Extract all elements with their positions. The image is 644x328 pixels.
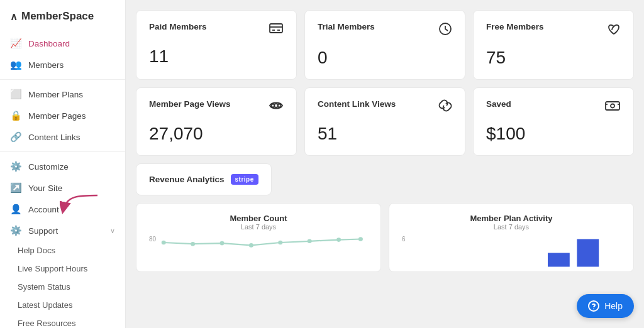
app-name: MemberSpace [21, 10, 94, 23]
stripe-badge: stripe [231, 174, 258, 185]
member-count-chart-svg [149, 236, 368, 270]
svg-point-15 [220, 241, 225, 246]
chart-title: Member Count [149, 214, 368, 223]
chart-subtitle: Last 7 days [402, 223, 621, 231]
stat-card-saved: Saved $100 [473, 87, 634, 156]
subitem-label: Live Support Hours [18, 264, 87, 273]
sidebar-item-your-site[interactable]: ↗️ Your Site [0, 177, 125, 199]
stats-grid-bottom: Member Page Views 27,070 Content Link Vi… [136, 87, 634, 156]
sidebar-subitem-help-docs[interactable]: Help Docs [0, 241, 125, 260]
account-icon: 👤 [10, 204, 22, 215]
revenue-analytics-label: Revenue Analytics [149, 175, 225, 184]
svg-rect-22 [548, 253, 570, 267]
stat-label: Member Page Views [149, 99, 231, 109]
stat-card-member-page-views: Member Page Views 27,070 [136, 87, 297, 156]
dashboard-icon: 📈 [10, 38, 22, 49]
svg-point-8 [278, 104, 281, 107]
subitem-label: Help Docs [18, 246, 55, 255]
stat-value: 0 [318, 48, 452, 68]
subitem-label: Latest Updates [18, 300, 72, 310]
chart-title: Member Plan Activity [402, 214, 621, 223]
stat-header: Content Link Views [318, 99, 452, 115]
logo-icon: ∧ [10, 11, 18, 23]
app-logo: ∧ MemberSpace [0, 0, 125, 30]
sidebar-item-member-pages[interactable]: 🔒 Member Pages [0, 105, 125, 126]
stat-value: $100 [486, 124, 621, 144]
chart-y-label: 6 [402, 236, 406, 243]
stats-grid-top: Paid Members 11 Trial Members [136, 10, 634, 80]
stat-value: 75 [486, 48, 621, 68]
trial-members-icon [438, 22, 452, 39]
sidebar-item-customize[interactable]: ⚙️ Customize [0, 156, 125, 177]
customize-icon: ⚙️ [10, 161, 22, 172]
free-members-icon [607, 22, 621, 39]
svg-rect-21 [577, 239, 599, 267]
revenue-analytics-button[interactable]: Revenue Analytics stripe [136, 163, 272, 195]
sidebar-item-dashboard[interactable]: 📈 Dashboard [0, 33, 125, 54]
content-link-views-icon [438, 99, 452, 115]
sidebar-item-label: Account [28, 205, 59, 214]
member-pages-icon: 🔒 [10, 110, 22, 121]
chart-y-label: 80 [149, 236, 156, 243]
svg-point-18 [308, 239, 312, 244]
stat-value: 11 [149, 46, 284, 67]
stat-card-trial-members: Trial Members 0 [304, 10, 465, 80]
svg-point-24 [593, 309, 594, 310]
sidebar-item-label: Member Plans [28, 90, 83, 99]
stat-label: Trial Members [318, 22, 375, 31]
sidebar-item-members[interactable]: 👥 Members [0, 54, 125, 75]
chart-area: 6 [402, 236, 621, 270]
help-icon [588, 300, 599, 312]
svg-point-19 [336, 238, 341, 242]
member-page-views-icon [269, 99, 284, 115]
saved-icon [604, 99, 621, 115]
sidebar-item-label: Members [28, 60, 64, 70]
nav-divider-2 [0, 151, 125, 152]
chart-area: 80 [149, 236, 368, 270]
svg-point-7 [272, 104, 275, 107]
svg-point-20 [358, 237, 363, 241]
svg-point-17 [278, 241, 282, 245]
stat-card-free-members: Free Members 75 [473, 10, 634, 80]
stat-label: Saved [486, 99, 511, 109]
svg-point-13 [162, 241, 166, 245]
sidebar-item-member-plans[interactable]: ⬜ Member Plans [0, 84, 125, 105]
sidebar-item-support[interactable]: ⚙️ Support ∨ [0, 220, 125, 241]
main-content: Paid Members 11 Trial Members [126, 0, 644, 328]
svg-point-16 [249, 243, 253, 248]
sidebar-item-label: Your Site [28, 183, 62, 193]
paid-members-icon [269, 22, 284, 38]
sidebar-item-label: Content Links [28, 133, 80, 142]
help-button[interactable]: Help [577, 294, 634, 318]
sidebar-item-label: Dashboard [28, 39, 70, 48]
chart-member-plan-activity: Member Plan Activity Last 7 days 6 [389, 203, 634, 272]
sidebar-subitem-free-resources[interactable]: Free Resources [0, 314, 125, 328]
sidebar-subitem-latest-updates[interactable]: Latest Updates [0, 296, 125, 314]
help-label: Help [604, 301, 623, 311]
sidebar-item-account[interactable]: 👤 Account [0, 199, 125, 220]
sidebar-subitem-live-support-hours[interactable]: Live Support Hours [0, 260, 125, 278]
support-icon: ⚙️ [10, 225, 22, 236]
stat-label: Content Link Views [318, 99, 396, 109]
sidebar: ∧ MemberSpace 📈 Dashboard 👥 Members ⬜ Me… [0, 0, 126, 328]
svg-rect-1 [270, 24, 282, 33]
member-plans-icon: ⬜ [10, 89, 22, 100]
chevron-down-icon: ∨ [110, 227, 115, 235]
stat-value: 51 [318, 124, 452, 144]
stat-value: 27,070 [149, 124, 284, 144]
sidebar-subitem-system-status[interactable]: System Status [0, 278, 125, 296]
charts-row: Member Count Last 7 days 80 Membe [136, 203, 634, 272]
stat-header: Free Members [486, 22, 621, 39]
svg-point-10 [611, 104, 614, 108]
content-links-icon: 🔗 [10, 131, 22, 143]
sidebar-item-content-links[interactable]: 🔗 Content Links [0, 126, 125, 148]
subitem-label: Free Resources [18, 319, 75, 328]
sidebar-item-label: Support [28, 226, 58, 236]
stat-label: Paid Members [149, 22, 207, 31]
stat-card-content-link-views: Content Link Views 51 [304, 87, 465, 156]
svg-rect-9 [606, 102, 619, 110]
chart-member-count: Member Count Last 7 days 80 [136, 203, 381, 272]
stat-label: Free Members [486, 22, 544, 31]
subitem-label: System Status [18, 282, 70, 292]
sidebar-item-label: Customize [28, 162, 69, 172]
